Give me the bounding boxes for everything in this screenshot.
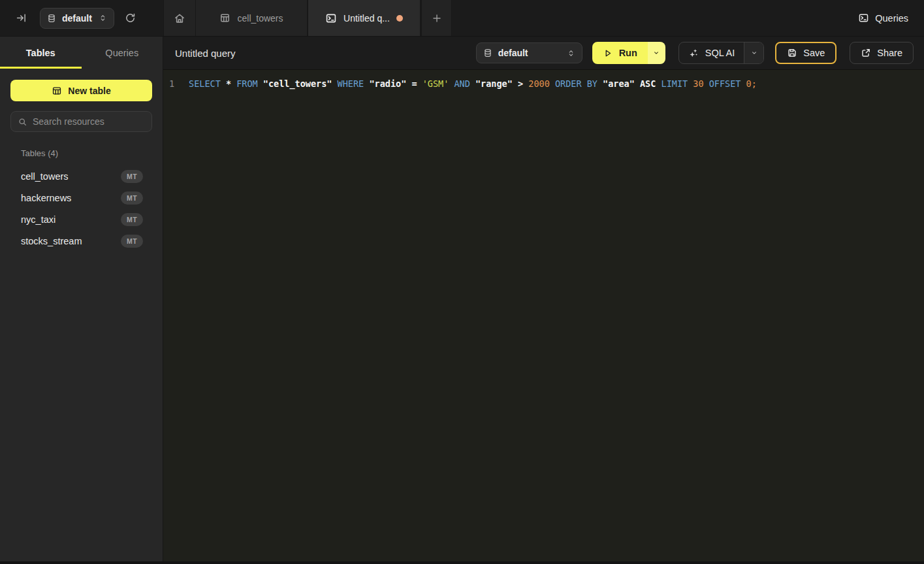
run-button[interactable]: Run	[592, 42, 648, 64]
sql-ai-options-button[interactable]	[744, 42, 763, 63]
table-name: stocks_stream	[21, 236, 121, 246]
chevron-down-icon	[652, 49, 660, 57]
topbar-spacer	[452, 0, 850, 36]
terminal-icon	[325, 12, 337, 24]
table-name: cell_towers	[21, 171, 121, 182]
table-row[interactable]: cell_towers MT	[0, 165, 163, 187]
topbar-left: default	[0, 0, 163, 36]
table-engine-badge: MT	[121, 235, 143, 248]
sql-ai-button-label: SQL AI	[705, 48, 735, 58]
table-list: cell_towers MT hackernews MT nyc_taxi MT…	[0, 165, 163, 252]
query-toolbar: Untitled query default Run	[163, 37, 924, 70]
chevron-updown-icon	[99, 14, 107, 22]
search-icon	[18, 117, 27, 127]
new-tab-button[interactable]	[421, 0, 452, 36]
sparkles-icon	[688, 48, 699, 58]
console-icon	[858, 12, 869, 24]
unsaved-dot-icon	[396, 15, 403, 22]
sidebar-tab-label: Queries	[105, 48, 138, 58]
collapse-sidebar-button[interactable]	[16, 12, 27, 24]
table-engine-badge: MT	[121, 213, 143, 226]
sidebar-database-selector[interactable]: default	[40, 8, 114, 29]
table-engine-badge: MT	[121, 191, 143, 205]
run-button-label: Run	[619, 48, 637, 58]
home-icon	[174, 12, 185, 24]
tab-label: cell_towers	[237, 13, 283, 24]
main-panel: Untitled query default Run	[163, 37, 924, 564]
database-icon	[47, 14, 56, 23]
share-icon	[861, 48, 871, 58]
sidebar: Tables Queries New table Tables (4)	[0, 37, 163, 564]
tab-home[interactable]	[163, 0, 195, 36]
table-engine-badge: MT	[121, 170, 143, 183]
line-number: 1	[163, 76, 180, 91]
sql-ai-button[interactable]: SQL AI	[679, 42, 744, 63]
play-icon	[603, 48, 613, 58]
share-button[interactable]: Share	[850, 42, 914, 64]
table-name: hackernews	[21, 193, 121, 203]
run-options-button[interactable]	[648, 42, 665, 64]
app-window: default cell_towers	[0, 0, 924, 564]
refresh-icon	[125, 12, 136, 24]
sidebar-tab-label: Tables	[26, 48, 56, 58]
save-button-label: Save	[803, 48, 825, 58]
new-table-button-label: New table	[68, 86, 110, 96]
search-input[interactable]	[33, 116, 151, 127]
query-title[interactable]: Untitled query	[175, 48, 476, 59]
tab-cell-towers[interactable]: cell_towers	[195, 0, 307, 36]
tab-untitled-query[interactable]: Untitled q...	[307, 0, 421, 36]
queries-button[interactable]: Queries	[850, 0, 924, 36]
chevron-updown-icon	[567, 49, 575, 58]
new-table-button[interactable]: New table	[10, 80, 152, 101]
refresh-button[interactable]	[125, 12, 136, 24]
plus-icon	[432, 13, 442, 24]
collapse-right-icon	[16, 12, 27, 24]
body: Tables Queries New table Tables (4)	[0, 37, 924, 564]
table-row[interactable]: hackernews MT	[0, 187, 163, 208]
queries-button-label: Queries	[875, 13, 908, 24]
share-button-label: Share	[877, 48, 902, 58]
tab-label: Untitled q...	[343, 13, 390, 24]
chevron-down-icon	[750, 49, 758, 57]
table-row[interactable]: nyc_taxi MT	[0, 208, 163, 230]
save-button[interactable]: Save	[775, 42, 836, 64]
save-floppy-icon	[787, 48, 797, 58]
run-split-button: Run	[592, 42, 665, 64]
sidebar-tab-tables[interactable]: Tables	[0, 37, 82, 69]
database-selector-value: default	[498, 48, 528, 58]
sql-code[interactable]: SELECT * FROM "cell_towers" WHERE "radio…	[189, 76, 757, 91]
tabstrip: cell_towers Untitled q...	[163, 0, 452, 36]
code-line: 1 SELECT * FROM "cell_towers" WHERE "rad…	[163, 76, 924, 91]
sql-editor[interactable]: 1 SELECT * FROM "cell_towers" WHERE "rad…	[163, 70, 924, 564]
sidebar-tabs: Tables Queries	[0, 37, 163, 69]
table-row[interactable]: stocks_stream MT	[0, 230, 163, 252]
topbar: default cell_towers	[0, 0, 924, 37]
table-icon	[52, 86, 62, 96]
sidebar-tab-queries[interactable]: Queries	[82, 37, 163, 69]
table-icon	[219, 12, 231, 24]
database-icon	[483, 48, 492, 58]
search-box	[10, 111, 152, 132]
query-database-selector[interactable]: default	[476, 42, 582, 63]
sql-ai-split-button: SQL AI	[678, 42, 764, 64]
window-bottom-edge	[0, 561, 924, 564]
table-name: nyc_taxi	[21, 214, 121, 225]
database-selector-value: default	[62, 13, 92, 24]
tables-section-title: Tables (4)	[21, 148, 152, 158]
